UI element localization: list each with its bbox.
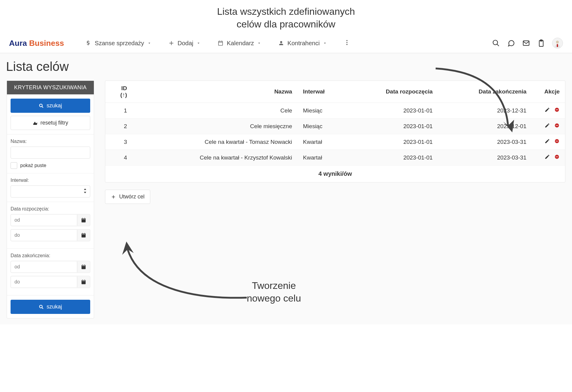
search-icon[interactable] <box>492 39 500 47</box>
nav-contractors-label: Kontrahenci <box>288 40 320 47</box>
cell-end: 2023-12-31 <box>438 103 532 119</box>
calendar-picker-icon[interactable] <box>77 261 90 272</box>
svg-line-13 <box>42 308 43 309</box>
annotation-arrow-bottom <box>111 231 322 324</box>
table-row: 2 Cele miesięczne Miesiąc 2023-01-01 202… <box>105 119 565 134</box>
search-button-label: szukaj <box>46 103 62 109</box>
col-header-start[interactable]: Data rozpoczęcia <box>346 81 438 103</box>
nav-calendar-label: Kalendarz <box>227 40 254 47</box>
annotation-top-line1: Lista wszystkich zdefiniowanych <box>217 6 355 17</box>
clipboard-icon[interactable] <box>537 39 545 47</box>
col-header-interval[interactable]: Interwał <box>297 81 346 103</box>
annotation-top-line2: celów dla pracowników <box>0 18 572 31</box>
cell-start: 2023-01-01 <box>346 119 438 134</box>
edit-icon[interactable] <box>545 138 550 145</box>
cell-end: 2023-03-31 <box>438 134 532 150</box>
chevron-down-icon <box>196 41 201 45</box>
svg-point-8 <box>556 40 559 43</box>
nav-contractors[interactable]: Kontrahenci <box>278 40 327 47</box>
calendar-picker-icon[interactable] <box>77 215 90 226</box>
nav-add-label: Dodaj <box>178 40 193 47</box>
cell-id: 3 <box>105 134 132 150</box>
nav-sales-chances[interactable]: Szanse sprzedaży <box>85 40 151 47</box>
cell-interval: Kwartał <box>297 134 346 150</box>
calendar-icon <box>217 40 224 46</box>
chevron-down-icon <box>147 41 151 45</box>
calendar-picker-icon[interactable] <box>77 230 90 241</box>
avatar[interactable] <box>552 38 563 49</box>
cell-name: Cele na kwartał - Tomasz Nowacki <box>132 134 297 150</box>
svg-point-2 <box>346 44 348 45</box>
person-icon <box>278 40 284 46</box>
interval-filter-label: Interwał: <box>11 178 90 183</box>
more-menu-icon[interactable] <box>344 39 350 47</box>
chevron-down-icon <box>323 41 327 45</box>
mail-icon[interactable] <box>522 39 530 47</box>
col-header-id[interactable]: ID (↑) <box>105 81 132 103</box>
svg-rect-15 <box>556 109 558 110</box>
svg-point-3 <box>493 40 497 45</box>
cell-interval: Miesiąc <box>297 103 346 119</box>
cell-start: 2023-01-01 <box>346 134 438 150</box>
col-header-actions: Akcje <box>532 81 565 103</box>
svg-line-11 <box>42 106 43 108</box>
show-empty-checkbox[interactable] <box>11 162 17 169</box>
table-row: 3 Cele na kwartał - Tomasz Nowacki Kwart… <box>105 134 565 150</box>
delete-icon[interactable] <box>554 154 560 161</box>
reset-button-label: resetuj filtry <box>40 120 68 126</box>
dollar-icon <box>85 40 92 46</box>
cell-id: 4 <box>105 150 132 166</box>
nav-sales-label: Szanse sprzedaży <box>95 40 144 47</box>
svg-rect-19 <box>556 141 558 141</box>
delete-icon[interactable] <box>554 107 560 114</box>
cell-interval: Miesiąc <box>297 119 346 134</box>
cell-end: 2023-12-01 <box>438 119 532 134</box>
cell-end: 2023-03-31 <box>438 150 532 166</box>
svg-line-4 <box>497 44 499 46</box>
chevron-down-icon <box>257 41 261 45</box>
table-row: 4 Cele na kwartał - Krzysztof Kowalski K… <box>105 150 565 166</box>
name-filter-input[interactable] <box>11 147 90 159</box>
calendar-picker-icon[interactable] <box>77 277 90 287</box>
end-date-label: Data zakończenia: <box>11 253 90 258</box>
cell-name: Cele <box>132 103 297 119</box>
cell-start: 2023-01-01 <box>346 150 438 166</box>
col-header-end[interactable]: Data zakończenia <box>438 81 532 103</box>
table-header-row: ID (↑) Nazwa Interwał Data rozpoczęcia D… <box>105 81 565 103</box>
annotation-bottom: Tworzenie nowego celu <box>247 280 301 305</box>
create-goal-label: Utwórz cel <box>119 194 145 200</box>
cell-name: Cele na kwartał - Krzysztof Kowalski <box>132 150 297 166</box>
cell-id: 1 <box>105 103 132 119</box>
svg-point-0 <box>346 40 348 41</box>
page-title: Lista celów <box>6 59 565 74</box>
name-filter-label: Nazwa: <box>11 139 90 144</box>
edit-icon[interactable] <box>545 107 550 114</box>
svg-rect-9 <box>557 44 558 47</box>
delete-icon[interactable] <box>554 138 560 145</box>
annotation-bottom-line1: Tworzenie <box>252 280 296 291</box>
table-results-count: 4 wyniki/ów <box>105 166 565 182</box>
svg-point-12 <box>40 305 42 308</box>
cell-id: 2 <box>105 119 132 134</box>
logo[interactable]: Aura Business <box>9 39 64 48</box>
col-header-name[interactable]: Nazwa <box>132 81 297 103</box>
search-criteria-panel: KRYTERIA WYSZUKIWANIA szukaj resetuj fil… <box>7 81 94 318</box>
interval-filter-select[interactable] <box>11 185 90 198</box>
delete-icon[interactable] <box>554 123 560 130</box>
search-button-bottom[interactable]: szukaj <box>11 300 90 314</box>
nav-calendar[interactable]: Kalendarz <box>217 40 261 47</box>
nav-add[interactable]: Dodaj <box>168 40 201 47</box>
cell-name: Cele miesięczne <box>132 119 297 134</box>
svg-rect-17 <box>556 125 558 126</box>
search-button-label: szukaj <box>46 304 62 310</box>
reset-filters-button[interactable]: resetuj filtry <box>11 116 90 130</box>
edit-icon[interactable] <box>545 123 550 130</box>
create-goal-button[interactable]: Utwórz cel <box>105 190 150 204</box>
plus-icon <box>111 194 116 200</box>
svg-point-10 <box>40 104 42 107</box>
search-button-top[interactable]: szukaj <box>11 99 90 113</box>
svg-point-1 <box>346 42 348 43</box>
start-date-label: Data rozpoczęcia: <box>11 206 90 212</box>
edit-icon[interactable] <box>545 154 550 161</box>
chat-icon[interactable] <box>507 39 515 47</box>
